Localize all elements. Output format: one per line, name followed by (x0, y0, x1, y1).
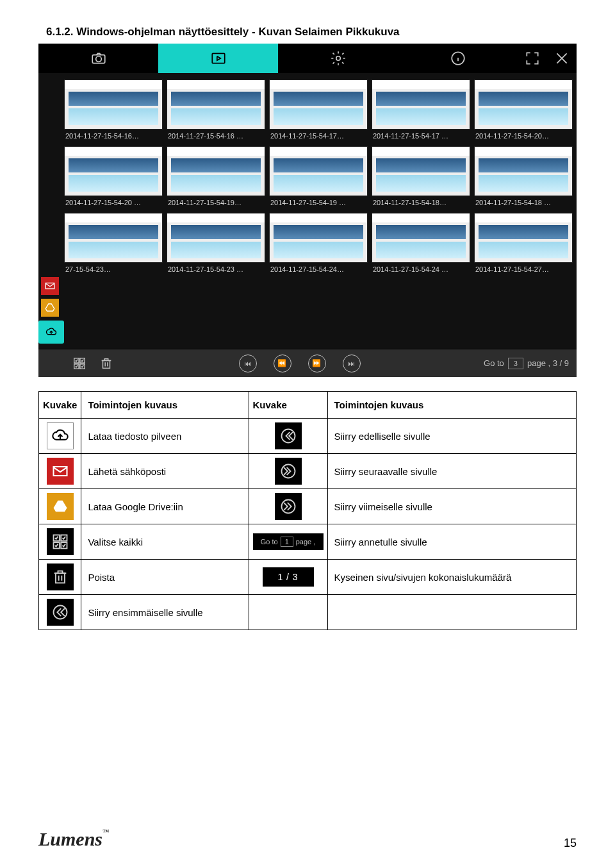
thumbnail-item[interactable]: 27-15-54-23… (64, 213, 163, 277)
thumbnail-item[interactable]: 2014-11-27-15-54-18… (372, 146, 470, 210)
page-footer: Lumens™ 15 (38, 828, 577, 850)
app-screenshot: 2014-11-27-15-54-16…2014-11-27-15-54-16 … (38, 44, 577, 377)
thumbnail-item[interactable]: 2014-11-27-15-54-20… (474, 79, 573, 144)
table-cell: Siirry viimeiselle sivulle (327, 489, 576, 524)
thumbnail-label: 2014-11-27-15-54-17… (269, 129, 368, 144)
mail-icon (47, 458, 74, 485)
thumbnail-label: 2014-11-27-15-54-19… (167, 196, 265, 210)
first-page-icon (47, 599, 74, 626)
svg-rect-19 (56, 573, 65, 583)
thumbnail-item[interactable]: 2014-11-27-15-54-23 … (167, 213, 265, 277)
goto-suffix: page , 3 / 9 (527, 358, 569, 368)
prev-page-icon (275, 422, 302, 449)
drive-icon[interactable] (41, 299, 59, 317)
section-heading: 6.1.2. Windows-ohjelman näyttöesittely -… (38, 26, 577, 38)
next-page-icon[interactable]: ⏩ (308, 355, 326, 372)
table-cell: Poista (81, 560, 249, 595)
prev-page-icon[interactable]: ⏪ (274, 355, 291, 372)
cloud-upload-icon (47, 422, 74, 449)
thumbnail-area: 2014-11-27-15-54-16…2014-11-27-15-54-16 … (38, 73, 577, 349)
svg-point-3 (336, 56, 340, 61)
side-action-icons (41, 277, 64, 344)
table-header: Toimintojen kuvaus (327, 392, 576, 419)
table-cell-empty (249, 595, 327, 630)
thumbnail-label: 2014-11-27-15-54-18 … (474, 196, 573, 210)
cloud-upload-icon[interactable] (38, 321, 64, 344)
page-nav-group: ⏮ ⏪ ⏩ ⏭ (124, 355, 475, 372)
page-indicator-icon: 1 / 3 (263, 567, 314, 587)
app-toolbar (38, 44, 577, 73)
thumbnail-label: 2014-11-27-15-54-24 … (372, 263, 470, 277)
thumbnail-item[interactable]: 2014-11-27-15-54-16 … (167, 79, 265, 144)
thumbnail-label: 2014-11-27-15-54-20 … (64, 196, 163, 210)
goto-page-control[interactable]: Go to 3 page , 3 / 9 (484, 358, 569, 369)
thumbnail-item[interactable]: 2014-11-27-15-54-19… (167, 146, 265, 210)
brand-logo: Lumens™ (38, 828, 109, 850)
goto-label: Go to (484, 358, 504, 368)
table-cell: Siirry annetulle sivulle (327, 524, 576, 560)
close-icon[interactable] (547, 44, 577, 73)
next-page-icon (275, 458, 302, 485)
table-cell: Kyseinen sivu/sivujen kokonaislukumäärä (327, 560, 576, 595)
thumbnail-label: 2014-11-27-15-54-19 … (269, 196, 368, 210)
trash-icon (47, 563, 74, 590)
thumbnail-label: 2014-11-27-15-54-16 … (167, 129, 265, 144)
gear-icon[interactable] (278, 44, 398, 73)
thumbnail-label: 2014-11-27-15-54-16… (64, 129, 163, 144)
play-icon[interactable] (158, 44, 278, 73)
table-header: Toimintojen kuvaus (81, 392, 249, 419)
thumbnail-label: 27-15-54-23… (64, 263, 163, 277)
thumbnail-item[interactable]: 2014-11-27-15-54-17… (269, 79, 368, 144)
svg-rect-2 (212, 53, 225, 63)
thumbnail-item[interactable]: 2014-11-27-15-54-24 … (372, 213, 470, 277)
thumbnail-item[interactable]: 2014-11-27-15-54-17 … (372, 79, 470, 144)
table-cell: Siirry seuraavalle sivulle (327, 454, 576, 489)
mail-icon[interactable] (41, 277, 59, 295)
thumbnail-label: 2014-11-27-15-54-24… (269, 263, 368, 277)
app-bottom-bar: ⏮ ⏪ ⏩ ⏭ Go to 3 page , 3 / 9 (38, 349, 577, 377)
table-cell: Siirry ensimmäiselle sivulle (81, 595, 249, 630)
first-page-icon[interactable]: ⏮ (239, 355, 257, 372)
table-header: Kuvake (249, 392, 327, 419)
page-number: 15 (564, 837, 577, 850)
thumbnail-label: 2014-11-27-15-54-23 … (167, 263, 265, 277)
thumbnail-label: 2014-11-27-15-54-17 … (372, 129, 470, 144)
select-all-icon (47, 528, 74, 555)
table-cell: Siirry edelliselle sivulle (327, 419, 576, 454)
table-cell-empty (327, 595, 576, 630)
camera-icon[interactable] (38, 44, 158, 73)
thumbnail-label: 2014-11-27-15-54-18… (372, 196, 470, 210)
expand-icon[interactable] (518, 44, 547, 73)
table-cell: Valitse kaikki (81, 524, 249, 560)
goto-page-input[interactable]: 3 (508, 358, 523, 369)
thumbnail-label: 2014-11-27-15-54-27… (474, 263, 573, 277)
svg-point-1 (95, 56, 101, 62)
thumbnail-item[interactable]: 2014-11-27-15-54-16… (64, 79, 163, 144)
drive-icon (47, 493, 74, 520)
select-all-icon[interactable] (70, 355, 88, 372)
last-page-icon (275, 493, 302, 520)
thumbnail-item[interactable]: 2014-11-27-15-54-19 … (269, 146, 368, 210)
icon-description-table: Kuvake Toimintojen kuvaus Kuvake Toimint… (38, 391, 577, 630)
svg-rect-10 (103, 360, 110, 368)
thumbnail-item[interactable]: 2014-11-27-15-54-24… (269, 213, 368, 277)
trash-icon[interactable] (97, 355, 115, 372)
thumbnail-item[interactable]: 2014-11-27-15-54-18 … (474, 146, 573, 210)
thumbnail-label: 2014-11-27-15-54-20… (474, 129, 573, 144)
table-cell: Lataa Google Drive:iin (81, 489, 249, 524)
thumbnail-item[interactable]: 2014-11-27-15-54-20 … (64, 146, 163, 210)
thumbnail-item[interactable]: 2014-11-27-15-54-27… (474, 213, 573, 277)
last-page-icon[interactable]: ⏭ (343, 355, 361, 372)
table-cell: Lataa tiedosto pilveen (81, 419, 249, 454)
info-icon[interactable] (398, 44, 518, 73)
goto-page-control-icon: Go to1page , (253, 533, 324, 550)
table-header: Kuvake (39, 392, 81, 419)
table-cell: Lähetä sähköposti (81, 454, 249, 489)
